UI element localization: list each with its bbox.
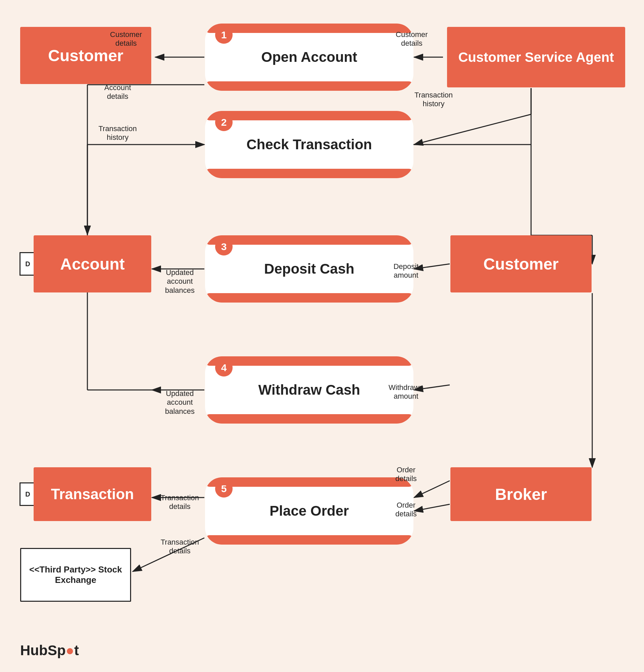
process-label-2: Check Transaction (246, 136, 372, 153)
label-order-details-top: Orderdetails (379, 466, 433, 483)
svg-line-8 (414, 114, 531, 145)
entity-customer-right: Customer (450, 235, 592, 292)
label-deposit-amount: Depositamount (379, 262, 433, 280)
process-label-3: Deposit Cash (264, 261, 354, 277)
label-account-details: Accountdetails (91, 83, 145, 101)
process-label-4: Withdraw Cash (258, 382, 360, 398)
d-marker-account: D (20, 252, 34, 276)
process-number-3: 3 (215, 238, 233, 255)
entity-broker: Broker (450, 467, 592, 521)
hubspot-text: HubSp (20, 643, 65, 658)
label-customer-details-left: Customerdetails (99, 30, 153, 48)
entity-transaction: D Transaction (34, 467, 151, 521)
process-number-2: 2 (215, 113, 233, 131)
entity-account: D Account (34, 235, 151, 292)
d-marker-transaction: D (20, 482, 34, 506)
label-transaction-history-left: Transactionhistory (91, 124, 145, 142)
hubspot-dot: ● (65, 643, 74, 658)
process-number-4: 4 (215, 359, 233, 376)
label-transaction-history-right: Transactionhistory (407, 91, 461, 109)
hubspot-logo: HubSp●t (20, 643, 79, 659)
process-check-transaction: 2 Check Transaction (205, 111, 413, 178)
entity-stock-exchange: <<Third Party>> Stock Exchange (20, 548, 131, 602)
process-label-5: Place Order (270, 503, 349, 519)
hubspot-suffix: t (74, 643, 79, 658)
label-customer-details-right: Customerdetails (385, 30, 439, 48)
entity-customer-service-agent: Customer Service Agent (447, 27, 625, 87)
label-updated-balances-deposit: Updatedaccountbalances (153, 268, 207, 295)
diagram-container: 1 Open Account 2 Check Transaction 3 Dep… (0, 0, 644, 672)
label-updated-balances-withdraw: Updatedaccountbalances (153, 389, 207, 416)
process-label-1: Open Account (261, 49, 357, 65)
label-transaction-details-2: Transactiondetails (153, 538, 207, 556)
process-number-1: 1 (215, 26, 233, 44)
label-transaction-details-1: Transactiondetails (153, 493, 207, 511)
label-order-details-bottom: Orderdetails (379, 501, 433, 519)
process-open-account: 1 Open Account (205, 24, 413, 91)
process-number-5: 5 (215, 480, 233, 497)
label-withdrawn-amount: Withdrawnamount (379, 383, 433, 401)
